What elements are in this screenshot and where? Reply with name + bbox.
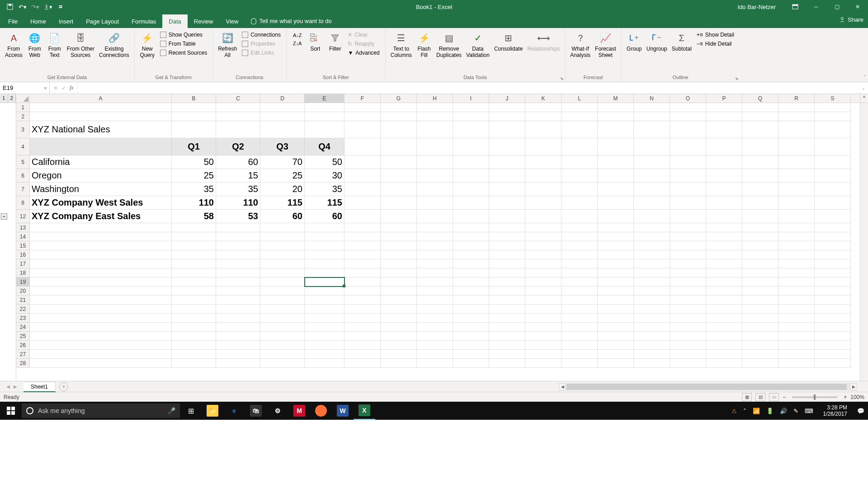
cell-B25[interactable] xyxy=(172,332,216,341)
row-header-26[interactable]: 26 xyxy=(16,341,30,350)
store-icon[interactable]: 🛍 xyxy=(245,402,267,420)
cell-O21[interactable] xyxy=(670,296,706,305)
cell-B13[interactable] xyxy=(172,223,216,232)
battery-icon[interactable]: 🔋 xyxy=(766,408,774,414)
cell-G19[interactable] xyxy=(381,277,417,286)
cell-F12[interactable] xyxy=(344,210,381,223)
cell-G24[interactable] xyxy=(381,323,417,332)
cell-M12[interactable] xyxy=(598,210,634,223)
cell-K3[interactable] xyxy=(525,121,561,138)
user-name[interactable]: Ido Bar-Netzer xyxy=(737,4,776,10)
cell-B23[interactable] xyxy=(172,314,216,323)
cell-N25[interactable] xyxy=(634,332,670,341)
mcafee-icon[interactable]: M xyxy=(288,402,310,420)
cell-G26[interactable] xyxy=(381,341,417,350)
cell-A14[interactable] xyxy=(30,232,172,241)
cell-P25[interactable] xyxy=(706,332,742,341)
col-header-R[interactable]: R xyxy=(778,94,815,103)
cell-K2[interactable] xyxy=(525,112,561,121)
cell-F18[interactable] xyxy=(344,268,381,277)
sort-button[interactable]: Sort xyxy=(306,30,324,54)
row-header-23[interactable]: 23 xyxy=(16,314,30,323)
cell-R13[interactable] xyxy=(778,223,815,232)
cell-C7[interactable]: 35 xyxy=(216,183,260,196)
cell-L3[interactable] xyxy=(561,121,598,138)
sheet-nav[interactable]: ◀▶ xyxy=(0,384,24,389)
cell-L19[interactable] xyxy=(561,277,598,286)
cell-S21[interactable] xyxy=(815,296,851,305)
cell-O5[interactable] xyxy=(670,155,706,169)
row-header-3[interactable]: 3 xyxy=(16,121,30,138)
show-queries-button[interactable]: Show Queries xyxy=(158,31,209,39)
cell-P15[interactable] xyxy=(706,241,742,250)
cell-H25[interactable] xyxy=(417,332,453,341)
cell-S22[interactable] xyxy=(815,305,851,314)
cell-E3[interactable] xyxy=(305,121,344,138)
firefox-icon[interactable] xyxy=(310,402,332,420)
cell-Q23[interactable] xyxy=(742,314,778,323)
tab-page-layout[interactable]: Page Layout xyxy=(80,14,125,28)
col-header-G[interactable]: G xyxy=(381,94,417,103)
zoom-slider[interactable] xyxy=(792,396,837,398)
cell-J7[interactable] xyxy=(489,183,525,196)
cell-J24[interactable] xyxy=(489,323,525,332)
zoom-in-button[interactable]: + xyxy=(844,394,847,400)
close-button[interactable]: ✕ xyxy=(847,0,868,14)
cell-A28[interactable] xyxy=(30,359,172,368)
cell-B21[interactable] xyxy=(172,296,216,305)
cell-S3[interactable] xyxy=(815,121,851,138)
cell-B12[interactable]: 58 xyxy=(172,210,216,223)
cell-P17[interactable] xyxy=(706,259,742,268)
cell-K16[interactable] xyxy=(525,250,561,259)
cell-P16[interactable] xyxy=(706,250,742,259)
cell-O23[interactable] xyxy=(670,314,706,323)
cell-F6[interactable] xyxy=(344,169,381,183)
cell-I15[interactable] xyxy=(453,241,489,250)
cell-S24[interactable] xyxy=(815,323,851,332)
cell-A22[interactable] xyxy=(30,305,172,314)
cell-N7[interactable] xyxy=(634,183,670,196)
cell-J27[interactable] xyxy=(489,350,525,359)
cell-H14[interactable] xyxy=(417,232,453,241)
cell-H17[interactable] xyxy=(417,259,453,268)
cell-Q17[interactable] xyxy=(742,259,778,268)
cell-E1[interactable] xyxy=(305,103,344,112)
ribbon-display-icon[interactable] xyxy=(785,0,806,14)
cell-D12[interactable]: 60 xyxy=(260,210,305,223)
outline-level-1[interactable]: 1 xyxy=(0,94,8,103)
row-header-12[interactable]: 12 xyxy=(16,210,30,223)
page-break-button[interactable]: ▭ xyxy=(769,393,779,401)
cell-F7[interactable] xyxy=(344,183,381,196)
cell-L20[interactable] xyxy=(561,286,598,296)
cell-S27[interactable] xyxy=(815,350,851,359)
cell-M19[interactable] xyxy=(598,277,634,286)
cell-H16[interactable] xyxy=(417,250,453,259)
cell-R8[interactable] xyxy=(778,196,815,210)
row-header-15[interactable]: 15 xyxy=(16,241,30,250)
cell-J5[interactable] xyxy=(489,155,525,169)
cell-F8[interactable] xyxy=(344,196,381,210)
cell-C23[interactable] xyxy=(216,314,260,323)
cell-D19[interactable] xyxy=(260,277,305,286)
cell-P5[interactable] xyxy=(706,155,742,169)
cell-O12[interactable] xyxy=(670,210,706,223)
cell-I26[interactable] xyxy=(453,341,489,350)
cell-P8[interactable] xyxy=(706,196,742,210)
cell-D20[interactable] xyxy=(260,286,305,296)
cell-K21[interactable] xyxy=(525,296,561,305)
cell-Q21[interactable] xyxy=(742,296,778,305)
cell-S5[interactable] xyxy=(815,155,851,169)
cell-F16[interactable] xyxy=(344,250,381,259)
cell-P2[interactable] xyxy=(706,112,742,121)
settings-icon[interactable]: ⚙ xyxy=(267,402,288,420)
cell-C14[interactable] xyxy=(216,232,260,241)
tab-data[interactable]: Data xyxy=(162,14,187,28)
cell-D25[interactable] xyxy=(260,332,305,341)
vscroll-up[interactable]: ▲ xyxy=(860,94,868,103)
file-explorer-icon[interactable]: 📁 xyxy=(202,402,223,420)
cell-C2[interactable] xyxy=(216,112,260,121)
cell-E15[interactable] xyxy=(305,241,344,250)
cell-R7[interactable] xyxy=(778,183,815,196)
new-query-button[interactable]: ⚡New Query xyxy=(138,30,156,61)
cell-I16[interactable] xyxy=(453,250,489,259)
